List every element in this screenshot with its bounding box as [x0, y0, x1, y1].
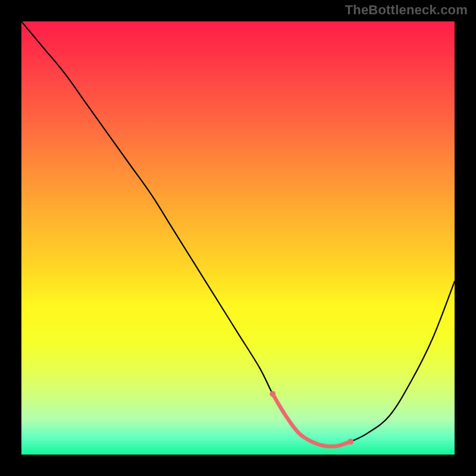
plot-area — [21, 21, 455, 455]
optimal-start-dot — [270, 391, 275, 397]
optimal-range-path — [273, 394, 350, 446]
watermark-text: TheBottleneck.com — [345, 2, 468, 18]
curve-layer — [21, 21, 455, 455]
optimal-end-dot — [347, 439, 353, 444]
chart-frame: TheBottleneck.com — [0, 0, 476, 476]
bottleneck-curve-path — [21, 21, 455, 446]
